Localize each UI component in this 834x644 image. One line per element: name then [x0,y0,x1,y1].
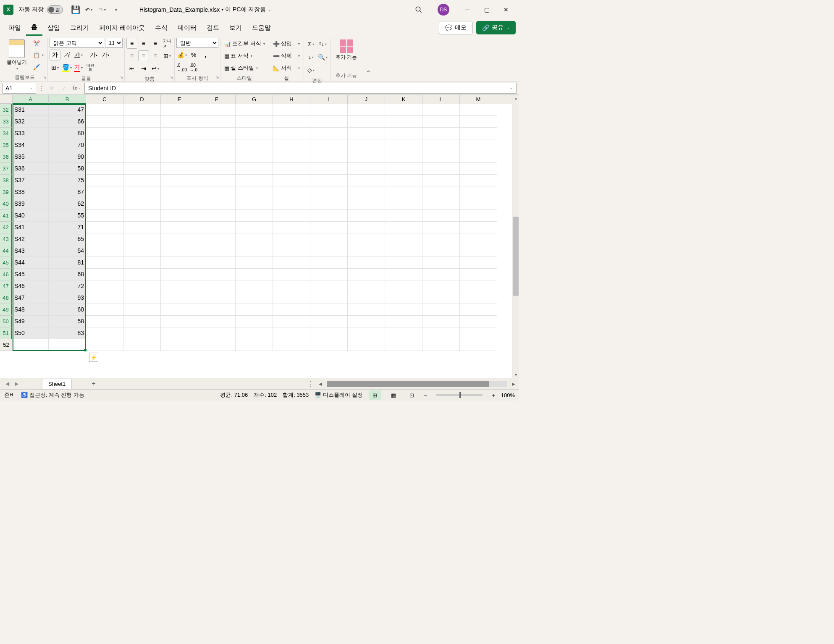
save-button[interactable]: 💾 [70,4,81,16]
align-left-button[interactable]: ≡ [126,50,137,61]
insert-function-button[interactable]: fx⌄ [72,83,82,93]
cell-C33[interactable] [86,116,123,128]
cell-I33[interactable] [310,116,348,128]
cell-C37[interactable] [86,163,123,175]
cell-A50[interactable]: S49 [13,316,49,327]
cell-G36[interactable] [236,151,273,163]
cell-I49[interactable] [310,304,348,316]
col-header-F[interactable]: F [198,95,236,104]
bold-button[interactable]: 가 [50,50,60,60]
col-header-L[interactable]: L [422,95,460,104]
format-painter-button[interactable]: 🖌️ [31,63,46,71]
col-header-D[interactable]: D [123,95,161,104]
cell-G39[interactable] [236,186,273,198]
cell-B52[interactable] [49,339,86,351]
cell-M47[interactable] [460,280,497,292]
format-cells-button[interactable]: 📐서식 ▾ [271,63,302,73]
cell-B49[interactable]: 60 [49,304,86,316]
cell-C42[interactable] [86,222,123,233]
cell-B35[interactable]: 70 [49,139,86,151]
hscroll-left[interactable]: ◀ [317,381,323,387]
increase-decimal-button[interactable]: .0←.00 [176,62,187,73]
row-header-35[interactable]: 35 [0,139,12,151]
cell-D48[interactable] [123,292,161,304]
tab-view[interactable]: 보기 [224,21,247,35]
align-center-button[interactable]: ≡ [138,50,149,61]
cell-A45[interactable]: S44 [13,257,49,269]
cell-K45[interactable] [385,257,422,269]
name-box-menu[interactable]: ⋮ [39,85,44,91]
cell-D51[interactable] [123,327,161,339]
cell-I52[interactable] [310,339,348,351]
enter-formula-button[interactable]: ✓ [59,83,69,93]
cell-C43[interactable] [86,233,123,245]
cell-J39[interactable] [348,186,385,198]
cell-J37[interactable] [348,163,385,175]
cell-E33[interactable] [161,116,198,128]
cell-J34[interactable] [348,128,385,139]
col-header-E[interactable]: E [161,95,198,104]
cell-B40[interactable]: 62 [49,198,86,210]
cell-D49[interactable] [123,304,161,316]
cell-B32[interactable]: 47 [49,104,86,116]
border-button[interactable]: ⊞▾ [50,62,60,73]
font-name-select[interactable]: 맑은 고딕 [50,38,104,48]
cell-M51[interactable] [460,327,497,339]
cell-B38[interactable]: 75 [49,175,86,186]
row-header-38[interactable]: 38 [0,175,12,186]
user-avatar[interactable]: DS [438,4,449,16]
cell-G51[interactable] [236,327,273,339]
addins-button[interactable]: 추가 기능 [332,38,360,71]
cell-G42[interactable] [236,222,273,233]
cell-K42[interactable] [385,222,422,233]
cell-H38[interactable] [273,175,310,186]
cell-K41[interactable] [385,210,422,222]
normal-view-button[interactable]: ⊞ [369,390,381,400]
cell-E45[interactable] [161,257,198,269]
cell-K47[interactable] [385,280,422,292]
cell-L46[interactable] [422,269,460,280]
cell-J49[interactable] [348,304,385,316]
cell-F43[interactable] [198,233,236,245]
vertical-scroll-thumb[interactable] [513,217,519,296]
cell-C48[interactable] [86,292,123,304]
cell-G33[interactable] [236,116,273,128]
cell-A35[interactable]: S34 [13,139,49,151]
cell-G50[interactable] [236,316,273,327]
cell-B45[interactable]: 81 [49,257,86,269]
cell-I42[interactable] [310,222,348,233]
cell-B50[interactable]: 58 [49,316,86,327]
redo-button[interactable]: ↷▾ [97,4,108,16]
cell-H36[interactable] [273,151,310,163]
cell-L44[interactable] [422,245,460,257]
cell-D41[interactable] [123,210,161,222]
cell-G49[interactable] [236,304,273,316]
hscroll-right[interactable]: ▶ [511,381,517,387]
cell-B43[interactable]: 65 [49,233,86,245]
currency-button[interactable]: 💰▾ [176,50,187,60]
cell-D43[interactable] [123,233,161,245]
cell-K44[interactable] [385,245,422,257]
cell-E50[interactable] [161,316,198,327]
cell-K34[interactable] [385,128,422,139]
cell-L38[interactable] [422,175,460,186]
cell-A40[interactable]: S39 [13,198,49,210]
cell-C46[interactable] [86,269,123,280]
cell-H39[interactable] [273,186,310,198]
cell-H49[interactable] [273,304,310,316]
cell-I37[interactable] [310,163,348,175]
cell-F52[interactable] [198,339,236,351]
cell-L33[interactable] [422,116,460,128]
cell-G44[interactable] [236,245,273,257]
cell-G41[interactable] [236,210,273,222]
underline-button[interactable]: 가▾ [73,50,84,60]
horizontal-scrollbar[interactable] [327,381,507,387]
tab-formulas[interactable]: 수식 [150,21,173,35]
cell-A34[interactable]: S33 [13,128,49,139]
cell-J45[interactable] [348,257,385,269]
cell-L36[interactable] [422,151,460,163]
cell-B34[interactable]: 80 [49,128,86,139]
cell-L42[interactable] [422,222,460,233]
cell-F38[interactable] [198,175,236,186]
col-header-A[interactable]: A [13,95,49,104]
